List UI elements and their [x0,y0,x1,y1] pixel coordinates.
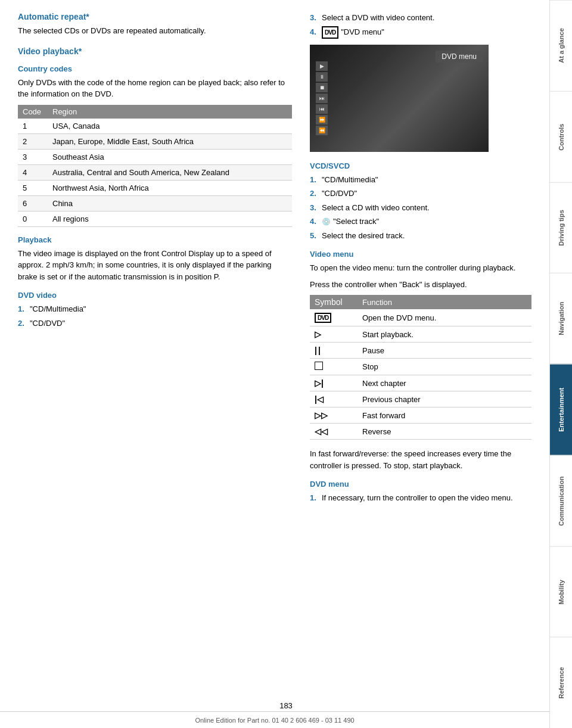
left-column: Automatic repeat* The selected CDs or DV… [18,12,292,704]
step-number: 4. [310,26,318,39]
fast-forward-icon: ▷▷ [315,410,328,420]
table-cell-code: 4 [18,164,48,180]
dvd-menu-overlay-label: DVD menu [436,51,483,63]
vm-table-header-function: Function [358,295,531,309]
list-item: 3.Select a CD with video content. [310,202,531,214]
video-menu-intro: To open the video menu: turn the control… [310,262,531,274]
step-text: DVD"DVD menu" [322,26,384,39]
table-cell-code: 1 [18,119,48,134]
dvd-btn-next: ⏭ [316,94,328,103]
step-number: 5. [310,230,318,242]
dvd-menu-heading: DVD menu [310,480,531,489]
step-text: "CD/Multimedia" [322,174,378,186]
table-cell-symbol: ▷ [310,326,358,343]
video-menu-footer: In fast forward/reverse: the speed incre… [310,448,531,471]
page-container: Automatic repeat* The selected CDs or DV… [0,0,572,728]
sidebar-item-driving-tips[interactable]: Driving tips [550,182,572,273]
step-text: "CD/DVD" [322,188,357,200]
table-cell-symbol [310,359,358,375]
video-menu-heading: Video menu [310,250,531,259]
table-row: 6China [18,195,292,211]
table-row: 1USA, Canada [18,119,292,134]
dvd-video-section: DVD video 1."CD/Multimedia"2."CD/DVD" [18,291,292,329]
country-codes-body: Only DVDs with the code of the home regi… [18,77,292,100]
table-cell-code: 3 [18,149,48,164]
list-item: 3.Select a DVD with video content. [310,12,531,24]
list-item: 1.If necessary, turn the controller to o… [310,492,531,504]
reverse-icon: ◁◁ [315,427,328,436]
table-row: ▷|Next chapter [310,375,531,391]
playback-section: Playback The video image is displayed on… [18,235,292,283]
dvd-video-heading: DVD video [18,291,292,300]
table-cell-code: 6 [18,195,48,211]
table-row: 4Australia, Central and South America, N… [18,164,292,180]
table-row: 2Japan, Europe, Middle East, South Afric… [18,133,292,149]
table-cell-code: 5 [18,180,48,195]
sidebar-item-controls[interactable]: Controls [550,91,572,182]
list-item: 2."CD/DVD" [310,188,531,200]
step-text: "CD/Multimedia" [30,303,86,315]
play-icon: ▷ [315,329,321,339]
table-cell-function: Next chapter [358,375,531,391]
main-content: Automatic repeat* The selected CDs or DV… [0,0,549,728]
list-item: 4.DVD"DVD menu" [310,26,531,39]
video-menu-section: Video menu To open the video menu: turn … [310,250,531,471]
step-number: 4. [310,216,318,228]
dvd-btn-pause: ⏸ [316,72,328,82]
table-cell-symbol: || [310,343,358,359]
prev-chapter-icon: |◁ [315,394,324,404]
dvd-icon: DVD [322,26,338,39]
table-cell-region: Australia, Central and South America, Ne… [48,164,292,180]
dvd-btn-rev: ⏪ [316,126,328,135]
table-cell-function: Start playback. [358,326,531,343]
page-number: 183 [279,701,293,710]
country-codes-section: Country codes Only DVDs with the code of… [18,64,292,227]
step-number: 3. [310,12,318,24]
table-cell-symbol: |◁ [310,391,358,407]
stop-icon [315,362,323,370]
dvd-logo-icon: DVD [315,313,331,323]
table-cell-function: Pause [358,343,531,359]
dvd-btn-stop: ⏹ [316,83,328,92]
table-row: ▷▷Fast forward [310,407,531,424]
table-cell-region: Japan, Europe, Middle East, South Africa [48,133,292,149]
dvd-video-steps: 1."CD/Multimedia"2."CD/DVD" [18,303,292,329]
sidebar-item-reference[interactable]: Reference [550,637,572,728]
list-item: 1."CD/Multimedia" [18,303,292,315]
sidebar-item-mobility[interactable]: Mobility [550,546,572,637]
step-number: 1. [310,492,318,504]
dvd-control-overlay: ▶ ⏸ ⏹ ⏭ ⏮ ⏩ ⏪ [316,61,328,135]
step-text: Select a DVD with video content. [322,12,434,24]
dvd-btn-prev: ⏮ [316,104,328,114]
table-cell-code: 0 [18,211,48,226]
footer-text: Online Edition for Part no. 01 40 2 606 … [195,717,354,724]
step-number: 1. [18,303,26,315]
table-cell-function: Fast forward [358,407,531,424]
country-codes-heading: Country codes [18,64,292,73]
table-cell-symbol: ▷▷ [310,407,358,424]
sidebar-item-at-a-glance[interactable]: At a glance [550,0,572,91]
table-header-code: Code [18,105,48,119]
list-item: 4.💿"Select track" [310,216,531,228]
table-row: 3Southeast Asia [18,149,292,164]
sidebar-item-entertainment[interactable]: Entertainment [550,364,572,455]
sidebar-item-navigation[interactable]: Navigation [550,273,572,364]
step-number: 1. [310,174,318,186]
table-cell-symbol: ▷| [310,375,358,391]
sidebar-item-communication[interactable]: Communication [550,455,572,546]
right-column: 3.Select a DVD with video content.4.DVD"… [310,12,531,704]
table-cell-code: 2 [18,133,48,149]
table-cell-region: Southeast Asia [48,149,292,164]
table-cell-function: Reverse [358,424,531,440]
video-playback-section: Video playback* [18,46,292,56]
vcd-svcd-heading: VCD/SVCD [310,161,531,170]
table-cell-region: All regions [48,211,292,226]
automatic-repeat-heading: Automatic repeat* [18,12,292,21]
dvd-steps-continued: 3.Select a DVD with video content.4.DVD"… [310,12,531,39]
step-number: 2. [18,318,26,329]
table-cell-function: Previous chapter [358,391,531,407]
step-text: 💿"Select track" [322,216,379,228]
table-cell-symbol: ◁◁ [310,424,358,440]
cd-icon: 💿 [322,216,331,227]
table-row: DVDOpen the DVD menu. [310,309,531,326]
